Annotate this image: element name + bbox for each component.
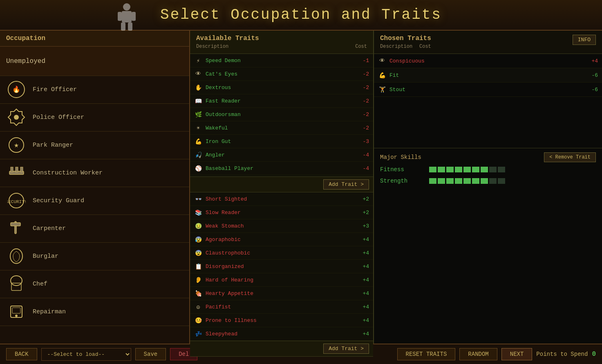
positive-traits-list[interactable]: ⚡ Speed Demon -1 👁 Cat's Eyes -2 ✋ Dextr… bbox=[190, 54, 373, 176]
skill-pip bbox=[489, 178, 497, 184]
chosen-trait-icon: 👁 bbox=[378, 57, 386, 65]
chosen-header: Chosen Traits Description Cost INFO bbox=[374, 31, 602, 54]
occupation-item-burglar[interactable]: Burglar bbox=[0, 243, 189, 270]
add-trait-button-negative[interactable]: Add Trait > bbox=[323, 344, 369, 354]
occ-name-chef: Chef bbox=[33, 281, 47, 288]
chosen-item-fit[interactable]: 💪 Fit -6 bbox=[374, 68, 602, 83]
occupation-item-security_guard[interactable]: SECURITY Security Guard bbox=[0, 187, 189, 215]
trait-cost: +4 bbox=[355, 317, 369, 324]
trait-item-wakeful[interactable]: ☀ Wakeful -2 bbox=[190, 121, 373, 135]
points-value: 0 bbox=[592, 351, 596, 358]
occ-icon-repairman bbox=[6, 302, 27, 322]
trait-name: Disorganized bbox=[206, 264, 355, 270]
trait-name: Slow Reader bbox=[206, 210, 355, 216]
occ-icon-construction_worker bbox=[6, 163, 27, 183]
occupation-item-repairman[interactable]: Repairman bbox=[0, 298, 189, 326]
add-trait-button-positive[interactable]: Add Trait > bbox=[323, 179, 369, 190]
occupation-panel-header: Occupation bbox=[0, 31, 189, 47]
occupation-item-unemployed[interactable]: Unemployed bbox=[0, 47, 189, 76]
trait-item-baseball-player[interactable]: ⚾ Baseball Player -4 bbox=[190, 162, 373, 175]
trait-item-sleepyhead[interactable]: 💤 Sleepyhead +4 bbox=[190, 327, 373, 341]
skill-name-fitness: Fitness bbox=[380, 166, 429, 173]
occupation-item-fire_officer[interactable]: 🔥 Fire Officer bbox=[0, 76, 189, 104]
trait-icon: 👓 bbox=[194, 195, 202, 203]
chosen-item-stout[interactable]: 🏋 Stout -6 bbox=[374, 83, 602, 97]
traits-cost-label: Cost bbox=[355, 44, 367, 49]
trait-cost: -2 bbox=[355, 98, 369, 104]
trait-icon: 💪 bbox=[194, 137, 202, 145]
page-title: Select Occupation and Traits bbox=[160, 7, 442, 23]
chosen-item-conspicuous[interactable]: 👁 Conspicuous +4 bbox=[374, 54, 602, 68]
trait-item-pacifist[interactable]: ☮ Pacifist +4 bbox=[190, 300, 373, 314]
info-button[interactable]: INFO bbox=[573, 35, 596, 45]
next-button[interactable]: NEXT bbox=[501, 348, 533, 360]
back-button[interactable]: BACK bbox=[6, 348, 37, 360]
occupation-list[interactable]: Unemployed 🔥 Fire Officer Police Officer… bbox=[0, 47, 189, 344]
trait-item-dextrous[interactable]: ✋ Dextrous -2 bbox=[190, 81, 373, 94]
trait-item-angler[interactable]: 🎣 Angler -4 bbox=[190, 148, 373, 162]
occupation-item-police_officer[interactable]: Police Officer bbox=[0, 104, 189, 132]
trait-name: Fast Reader bbox=[206, 98, 355, 104]
remove-trait-button[interactable]: < Remove Trait bbox=[544, 152, 596, 162]
svg-rect-5 bbox=[128, 22, 132, 31]
traits-panel-title: Available Traits bbox=[196, 35, 367, 42]
negative-traits-list[interactable]: 👓 Short Sighted +2 📚 Slow Reader +2 🤢 We… bbox=[190, 192, 373, 341]
occupation-item-park_ranger[interactable]: ★ Park Ranger bbox=[0, 132, 189, 159]
chosen-desc-label: Description bbox=[380, 44, 412, 49]
chosen-trait-cost: -6 bbox=[584, 72, 598, 78]
occ-icon-burglar bbox=[6, 246, 27, 267]
trait-item-fast-reader[interactable]: 📖 Fast Reader -2 bbox=[190, 94, 373, 108]
trait-name: Angler bbox=[206, 152, 355, 158]
trait-name: Prone to Illness bbox=[206, 317, 355, 324]
skill-pip bbox=[455, 178, 462, 184]
trait-icon: ☮ bbox=[194, 303, 202, 311]
trait-item-cat's-eyes[interactable]: 👁 Cat's Eyes -2 bbox=[190, 67, 373, 81]
traits-section: ⚡ Speed Demon -1 👁 Cat's Eyes -2 ✋ Dextr… bbox=[190, 54, 373, 357]
trait-icon: 👂 bbox=[194, 276, 202, 284]
occ-icon-police_officer bbox=[6, 107, 27, 128]
trait-name: Speed Demon bbox=[206, 58, 355, 64]
occupation-item-construction_worker[interactable]: Construction Worker bbox=[0, 159, 189, 187]
random-button[interactable]: RANDOM bbox=[459, 348, 497, 360]
trait-icon: 📋 bbox=[194, 262, 202, 270]
header-figure bbox=[114, 2, 139, 31]
traits-desc-label: Description bbox=[196, 44, 228, 49]
trait-cost: +3 bbox=[355, 223, 369, 229]
skill-pip bbox=[481, 167, 488, 172]
occ-icon-fire_officer: 🔥 bbox=[6, 80, 27, 100]
trait-item-outdoorsman[interactable]: 🌿 Outdoorsman -2 bbox=[190, 108, 373, 121]
svg-point-9 bbox=[14, 115, 19, 120]
svg-rect-14 bbox=[16, 167, 18, 172]
trait-name: Iron Gut bbox=[206, 138, 355, 145]
trait-item-prone-to-illness[interactable]: 🤒 Prone to Illness +4 bbox=[190, 314, 373, 327]
skill-pip bbox=[498, 178, 505, 184]
occ-name-construction_worker: Construction Worker bbox=[33, 170, 103, 176]
occupation-item-chef[interactable]: Chef bbox=[0, 270, 189, 298]
reset-traits-button[interactable]: RESET TRAITS bbox=[397, 348, 456, 360]
chosen-cost-label: Cost bbox=[419, 44, 431, 49]
trait-item-weak-stomach[interactable]: 🤢 Weak Stomach +3 bbox=[190, 219, 373, 233]
trait-name: Hearty Appetite bbox=[206, 290, 355, 297]
trait-cost: -2 bbox=[355, 112, 369, 118]
trait-name: Agoraphobic bbox=[206, 237, 355, 243]
trait-item-hearty-appetite[interactable]: 🍖 Hearty Appetite +4 bbox=[190, 287, 373, 300]
load-select[interactable]: --Select to load-- bbox=[41, 348, 131, 361]
occupation-item-carpenter[interactable]: Carpenter bbox=[0, 215, 189, 243]
trait-cost: -4 bbox=[355, 152, 369, 158]
trait-item-short-sighted[interactable]: 👓 Short Sighted +2 bbox=[190, 192, 373, 206]
trait-item-disorganized[interactable]: 📋 Disorganized +4 bbox=[190, 260, 373, 273]
save-button[interactable]: Save bbox=[135, 348, 166, 360]
trait-item-claustrophobic[interactable]: 😨 Claustrophobic +4 bbox=[190, 246, 373, 260]
svg-rect-3 bbox=[132, 12, 136, 21]
trait-item-speed-demon[interactable]: ⚡ Speed Demon -1 bbox=[190, 54, 373, 67]
major-skills-header: Major Skills < Remove Trait bbox=[380, 152, 596, 162]
trait-item-hard-of-hearing[interactable]: 👂 Hard of Hearing +4 bbox=[190, 273, 373, 287]
add-trait-bar-negative: Add Trait > bbox=[190, 341, 373, 357]
trait-icon: 💤 bbox=[194, 330, 202, 338]
trait-icon: 😨 bbox=[194, 249, 202, 257]
svg-text:SECURITY: SECURITY bbox=[7, 199, 26, 204]
trait-item-agoraphobic[interactable]: 😰 Agoraphobic +4 bbox=[190, 233, 373, 246]
header: Select Occupation and Traits bbox=[0, 0, 602, 31]
trait-item-iron-gut[interactable]: 💪 Iron Gut -3 bbox=[190, 135, 373, 148]
trait-item-slow-reader[interactable]: 📚 Slow Reader +2 bbox=[190, 206, 373, 219]
